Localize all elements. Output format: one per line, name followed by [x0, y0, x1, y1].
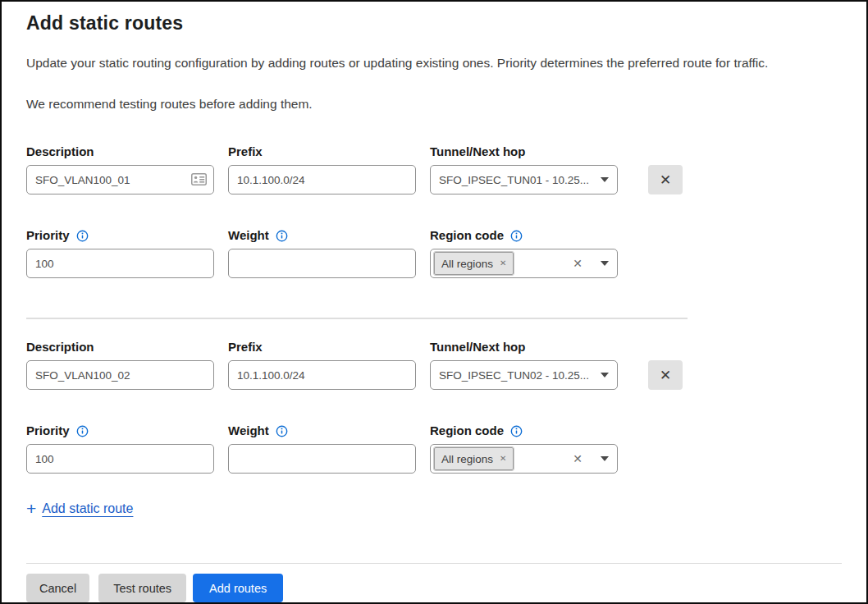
dialog-description: Update your static routing configuration…	[26, 55, 842, 71]
priority-label: Priority	[26, 227, 214, 244]
field-priority-1: Priority	[26, 227, 214, 278]
field-weight-2: Weight	[228, 423, 416, 474]
region-select-2[interactable]: All regions ✕ ✕	[430, 444, 618, 474]
footer-divider	[26, 563, 842, 565]
priority-label: Priority	[26, 423, 214, 439]
tunnel-select-2[interactable]: SFO_IPSEC_TUN02 - 10.25...	[430, 360, 618, 390]
region-label: Region code	[430, 423, 618, 439]
add-static-route-link[interactable]: + Add static route	[26, 500, 133, 517]
description-input-1[interactable]	[26, 165, 214, 194]
field-region-1: Region code All regions ✕	[430, 227, 618, 278]
priority-input-2[interactable]	[26, 444, 214, 474]
route-2-main-row: Description Prefix Tunnel/Next hop SFO_I…	[26, 339, 842, 390]
field-priority-2: Priority	[26, 423, 214, 474]
description-label: Description	[26, 339, 214, 355]
field-weight-1: Weight	[228, 227, 416, 278]
info-icon[interactable]	[276, 230, 288, 242]
field-prefix-1: Prefix	[228, 144, 416, 194]
chevron-down-icon	[601, 373, 609, 378]
dialog-footer: Cancel Test routes Add routes	[26, 563, 842, 603]
route-1-main-row: Description	[26, 144, 842, 194]
prefix-input-1[interactable]	[228, 165, 416, 194]
chip-remove-icon[interactable]: ✕	[500, 259, 506, 268]
chevron-down-icon	[601, 456, 609, 461]
chip-remove-icon[interactable]: ✕	[500, 455, 506, 463]
field-prefix-2: Prefix	[228, 339, 416, 390]
weight-label: Weight	[228, 227, 416, 244]
tunnel-select-value: SFO_IPSEC_TUN01 - 10.25...	[439, 174, 594, 186]
field-tunnel-2: Tunnel/Next hop SFO_IPSEC_TUN02 - 10.25.…	[430, 339, 618, 390]
region-tag-chip: All regions ✕	[434, 252, 514, 275]
page-title: Add static routes	[26, 2, 842, 34]
weight-label: Weight	[228, 423, 416, 439]
route-block-1: Description	[26, 144, 842, 278]
weight-input-1[interactable]	[228, 249, 416, 278]
dialog-recommendation: We recommend testing routes before addin…	[26, 96, 842, 112]
field-description-2: Description	[26, 339, 214, 390]
route-divider	[26, 318, 688, 319]
clear-selection-icon[interactable]: ✕	[573, 453, 582, 464]
remove-route-1-button[interactable]: ✕	[648, 165, 683, 194]
remove-route-2-button[interactable]: ✕	[648, 360, 683, 390]
add-routes-button[interactable]: Add routes	[193, 574, 283, 602]
region-select-1[interactable]: All regions ✕ ✕	[430, 249, 618, 278]
clear-selection-icon[interactable]: ✕	[573, 258, 582, 269]
chevron-down-icon	[601, 261, 609, 266]
field-region-2: Region code All regions ✕	[430, 423, 618, 474]
info-icon[interactable]	[76, 230, 89, 242]
prefix-label: Prefix	[228, 339, 416, 355]
field-tunnel-1: Tunnel/Next hop SFO_IPSEC_TUN01 - 10.25.…	[430, 144, 618, 194]
region-tag-chip: All regions ✕	[434, 447, 514, 470]
plus-icon: +	[26, 500, 36, 517]
region-label: Region code	[430, 227, 618, 244]
route-block-2: Description Prefix Tunnel/Next hop SFO_I…	[26, 339, 842, 474]
info-icon[interactable]	[76, 425, 89, 437]
info-icon[interactable]	[510, 230, 523, 242]
route-2-options-row: Priority Weight	[26, 423, 842, 474]
tunnel-label: Tunnel/Next hop	[430, 144, 618, 160]
test-routes-button[interactable]: Test routes	[98, 574, 186, 602]
info-icon[interactable]	[276, 425, 288, 437]
description-input-2[interactable]	[26, 360, 214, 390]
tunnel-select-value: SFO_IPSEC_TUN02 - 10.25...	[439, 369, 594, 382]
info-icon[interactable]	[510, 425, 523, 437]
weight-input-2[interactable]	[228, 444, 416, 474]
tunnel-label: Tunnel/Next hop	[430, 339, 618, 355]
cancel-button[interactable]: Cancel	[26, 574, 89, 602]
add-static-routes-dialog: Add static routes Update your static rou…	[0, 0, 868, 604]
field-description-1: Description	[26, 144, 214, 194]
chevron-down-icon	[601, 177, 609, 182]
prefix-label: Prefix	[228, 144, 416, 160]
route-1-options-row: Priority Weight	[26, 227, 842, 278]
priority-input-1[interactable]	[26, 249, 214, 278]
description-label: Description	[26, 144, 214, 160]
prefix-input-2[interactable]	[228, 360, 416, 390]
tunnel-select-1[interactable]: SFO_IPSEC_TUN01 - 10.25...	[430, 165, 618, 194]
